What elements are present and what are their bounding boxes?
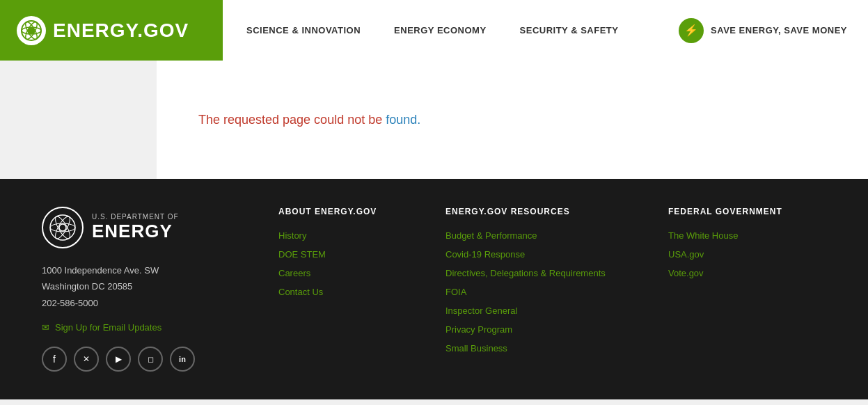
site-header: ENERGY.GOV SCIENCE & INNOVATION ENERGY E…	[0, 0, 868, 61]
svg-point-5	[50, 215, 75, 240]
resource-inspector-link[interactable]: Inspector General	[445, 305, 626, 316]
footer-logo-col: U.S. DEPARTMENT OF ENERGY 1000 Independe…	[42, 207, 237, 372]
svg-point-6	[59, 224, 66, 231]
doe-footer-logo: U.S. DEPARTMENT OF ENERGY	[42, 207, 237, 248]
address-line2: Washington DC 20585	[42, 278, 237, 294]
govt-vote-link[interactable]: Vote.gov	[668, 268, 794, 278]
error-text-blue: found.	[386, 113, 420, 127]
address-line1: 1000 Independence Ave. SW	[42, 262, 237, 278]
govt-whitehouse-link[interactable]: The White House	[668, 230, 794, 241]
doe-name-block: U.S. DEPARTMENT OF ENERGY	[92, 213, 179, 242]
govt-usa-link[interactable]: USA.gov	[668, 249, 794, 260]
social-icons: f ✕ ▶ ◻ in	[42, 347, 237, 372]
resources-col-title: ENERGY.GOV RESOURCES	[445, 207, 626, 216]
twitter-x-icon[interactable]: ✕	[74, 347, 99, 372]
nav-energy-economy[interactable]: ENERGY ECONOMY	[377, 0, 503, 61]
resource-directives-link[interactable]: Directives, Delegations & Requirements	[445, 268, 626, 278]
save-energy-label: SAVE ENERGY, SAVE MONEY	[711, 25, 847, 35]
about-col-title: ABOUT ENERGY.GOV	[278, 207, 404, 216]
instagram-icon[interactable]: ◻	[138, 347, 163, 372]
phone: 202-586-5000	[42, 295, 237, 311]
content-area: The requested page could not be found.	[157, 61, 868, 179]
save-energy-icon: ⚡	[679, 18, 704, 43]
about-careers-link[interactable]: Careers	[278, 268, 404, 278]
resource-budget-link[interactable]: Budget & Performance	[445, 230, 626, 241]
footer-resources-col: ENERGY.GOV RESOURCES Budget & Performanc…	[445, 207, 626, 372]
footer-govt-col: FEDERAL GOVERNMENT The White House USA.g…	[668, 207, 794, 372]
about-contact-link[interactable]: Contact Us	[278, 287, 404, 297]
logo-area[interactable]: ENERGY.GOV	[0, 0, 223, 61]
doe-energy-label: ENERGY	[92, 221, 179, 242]
doe-seal-icon	[17, 16, 46, 45]
govt-col-title: FEDERAL GOVERNMENT	[668, 207, 794, 216]
about-doe-stem-link[interactable]: DOE STEM	[278, 249, 404, 260]
main-content: The requested page could not be found.	[0, 61, 868, 179]
main-nav: SCIENCE & INNOVATION ENERGY ECONOMY SECU…	[223, 0, 868, 61]
footer-about-col: ABOUT ENERGY.GOV History DOE STEM Career…	[278, 207, 404, 372]
site-logo-text: ENERGY.GOV	[53, 19, 189, 42]
error-text-red: The requested page could not be	[198, 113, 382, 127]
nav-science-innovation[interactable]: SCIENCE & INNOVATION	[230, 0, 377, 61]
email-icon: ✉	[42, 322, 49, 333]
resource-covid-link[interactable]: Covid-19 Response	[445, 249, 626, 260]
error-message: The requested page could not be found.	[198, 113, 420, 127]
resource-smallbiz-link[interactable]: Small Business	[445, 343, 626, 354]
facebook-icon[interactable]: f	[42, 347, 67, 372]
email-label: Sign Up for Email Updates	[55, 322, 161, 333]
doe-dept-label: U.S. DEPARTMENT OF	[92, 213, 179, 221]
svg-point-7	[50, 223, 75, 232]
linkedin-icon[interactable]: in	[170, 347, 195, 372]
nav-security-safety[interactable]: SECURITY & SAFETY	[503, 0, 636, 61]
resource-privacy-link[interactable]: Privacy Program	[445, 324, 626, 335]
save-energy-nav-item[interactable]: ⚡ SAVE ENERGY, SAVE MONEY	[665, 18, 861, 43]
youtube-icon[interactable]: ▶	[106, 347, 131, 372]
site-footer: U.S. DEPARTMENT OF ENERGY 1000 Independe…	[0, 179, 868, 399]
email-signup[interactable]: ✉ Sign Up for Email Updates	[42, 322, 237, 333]
about-history-link[interactable]: History	[278, 230, 404, 241]
footer-address: 1000 Independence Ave. SW Washington DC …	[42, 262, 237, 311]
resource-foia-link[interactable]: FOIA	[445, 287, 626, 297]
doe-footer-seal	[42, 207, 84, 248]
